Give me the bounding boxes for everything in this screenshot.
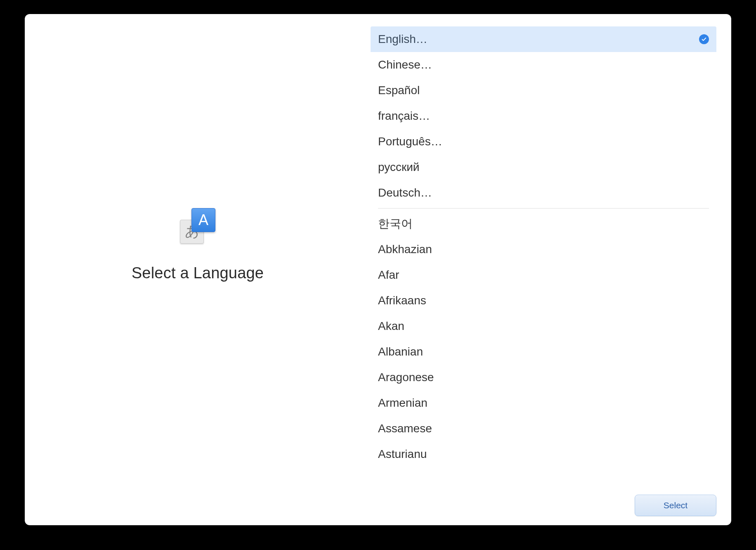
- language-option-label: English…: [378, 33, 428, 46]
- language-option[interactable]: 한국어: [371, 211, 716, 237]
- footer-bar: Select: [25, 486, 731, 525]
- language-option[interactable]: русский: [371, 154, 716, 180]
- language-option[interactable]: français…: [371, 103, 716, 129]
- list-divider: [378, 208, 709, 209]
- language-option[interactable]: Português…: [371, 129, 716, 154]
- language-option[interactable]: Aragonese: [371, 365, 716, 390]
- language-list-container: English…Chinese…Españolfrançais…Portuguê…: [371, 26, 716, 481]
- language-option-label: 한국어: [378, 216, 413, 232]
- language-option[interactable]: Afrikaans: [371, 288, 716, 313]
- language-option-label: Albanian: [378, 345, 423, 358]
- right-panel: English…Chinese…Españolfrançais…Portuguê…: [371, 14, 731, 486]
- language-option[interactable]: Deutsch…: [371, 180, 716, 206]
- language-option-label: Español: [378, 84, 420, 97]
- language-selection-window: あ A Select a Language English…Chinese…Es…: [25, 14, 731, 525]
- language-option-label: Asturianu: [378, 448, 427, 461]
- language-option[interactable]: Asturianu: [371, 441, 716, 467]
- language-option-label: Afrikaans: [378, 294, 426, 307]
- language-option[interactable]: Armenian: [371, 390, 716, 416]
- language-option-label: Akan: [378, 320, 404, 333]
- language-option[interactable]: Assamese: [371, 416, 716, 441]
- language-option-label: Afar: [378, 268, 399, 282]
- language-option-label: français…: [378, 109, 430, 123]
- language-option-label: Português…: [378, 135, 442, 148]
- language-option-label: Abkhazian: [378, 243, 432, 256]
- language-list[interactable]: English…Chinese…Españolfrançais…Portuguê…: [371, 26, 716, 481]
- content-area: あ A Select a Language English…Chinese…Es…: [25, 14, 731, 486]
- language-icon: あ A: [180, 208, 215, 244]
- language-option[interactable]: Akan: [371, 313, 716, 339]
- language-option-label: Armenian: [378, 396, 428, 410]
- language-option[interactable]: Chinese…: [371, 52, 716, 78]
- left-panel: あ A Select a Language: [25, 14, 371, 486]
- language-option-label: русский: [378, 161, 419, 174]
- page-title: Select a Language: [132, 264, 264, 282]
- language-option[interactable]: Albanian: [371, 339, 716, 365]
- language-option-label: Aragonese: [378, 371, 434, 384]
- language-option-label: Assamese: [378, 422, 432, 435]
- language-option-label: Deutsch…: [378, 186, 432, 199]
- language-option[interactable]: Afar: [371, 262, 716, 288]
- language-option[interactable]: Español: [371, 78, 716, 103]
- language-option-label: Chinese…: [378, 58, 432, 71]
- checkmark-icon: [699, 34, 709, 44]
- language-icon-front-glyph: A: [191, 208, 215, 232]
- select-button[interactable]: Select: [635, 495, 716, 516]
- language-option[interactable]: English…: [371, 26, 716, 52]
- language-option[interactable]: Abkhazian: [371, 237, 716, 262]
